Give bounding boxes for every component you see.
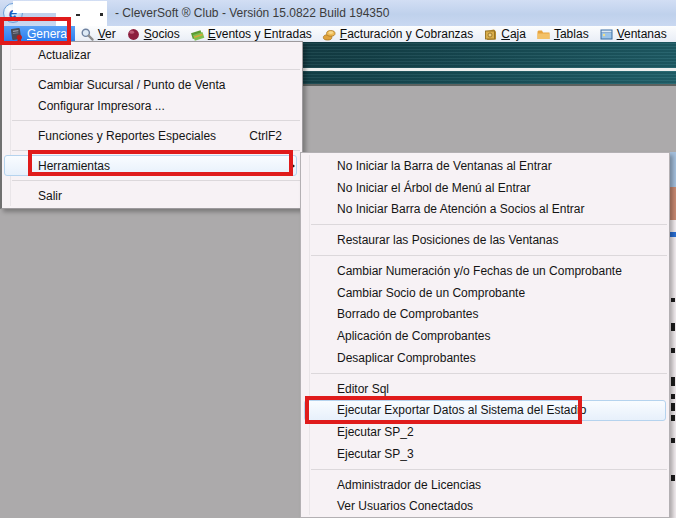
background-artifact [670,187,676,220]
background-artifact [76,14,80,16]
magnifier-icon [80,27,95,42]
menu-item-salir[interactable]: Salir [2,185,302,206]
application-window: e - CleverSoft ® Club - Versión 15.0822 … [0,0,676,518]
window-title: - CleverSoft ® Club - Versión 15.0822 Bu… [115,6,389,20]
background-artifact [671,348,675,353]
menubar-item-ventanas[interactable]: Ventanas [594,26,672,42]
window-icon [599,27,614,42]
background-artifact [671,298,675,302]
menu-item-cambiar-sucursal[interactable]: Cambiar Sucursal / Punto de Venta [2,74,302,95]
annotation-box-ejecutar-exportar [305,396,582,424]
background-artifact [670,232,676,237]
menu-separator [12,180,300,181]
background-artifact [671,323,675,331]
submenu-item-borrado-comprobantes[interactable]: Borrado de Comprobantes [301,304,669,326]
coins-icon [322,27,337,42]
menubar-item-tablas[interactable]: Tablas [531,26,594,42]
menubar-item-socios[interactable]: Socios [121,26,185,42]
menubar-item-ayuda[interactable]: Ayuda [672,26,676,42]
general-dropdown-menu: Actualizar Cambiar Sucursal / Punto de V… [0,41,303,209]
submenu-item-ver-usuarios-conectados[interactable]: Ver Usuarios Conectados [301,496,669,518]
safe-icon [483,27,498,42]
submenu-item-no-iniciar-arbol-menu[interactable]: No Iniciar el Árbol de Menú al Entrar [301,177,669,199]
folder-icon [536,27,551,42]
titlebar: e - CleverSoft ® Club - Versión 15.0822 … [0,0,676,26]
submenu-item-restaurar-posiciones[interactable]: Restaurar las Posiciones de las Ventanas [301,229,669,251]
menubar-item-facturacion[interactable]: Facturación y Cobranzas [317,26,478,42]
background-artifact [670,220,676,518]
background-artifact [671,377,675,386]
menu-item-configurar-impresora[interactable]: Configurar Impresora ... [2,95,302,116]
menu-separator [311,373,667,374]
background-artifact [671,475,675,481]
redacted-title-patch [13,1,107,13]
submenu-item-no-iniciar-barra-atencion[interactable]: No Iniciar Barra de Atención a Socios al… [301,199,669,221]
tickets-icon [190,27,205,42]
shortcut-label: CtrlF2 [249,129,294,143]
submenu-item-cambiar-numeracion-fechas[interactable]: Cambiar Numeración y/o Fechas de un Comp… [301,260,669,282]
menu-separator [311,255,667,256]
menu-item-funciones-reportes[interactable]: Funciones y Reportes Especiales CtrlF2 [2,125,302,146]
menubar-item-label: Ventanas [617,27,667,41]
menu-separator [12,120,300,121]
background-artifact [671,438,675,443]
annotation-box-general [0,17,71,45]
submenu-item-no-iniciar-barra-ventanas[interactable]: No Iniciar la Barra de Ventanas al Entra… [301,155,669,177]
submenu-item-aplicacion-comprobantes[interactable]: Aplicación de Comprobantes [301,325,669,347]
menu-separator [12,69,300,70]
submenu-item-cambiar-socio-comprobante[interactable]: Cambiar Socio de un Comprobante [301,282,669,304]
menubar-item-eventos[interactable]: Eventos y Entradas [185,26,317,42]
menubar-item-ver[interactable]: Ver [75,26,121,42]
menu-separator [311,224,667,225]
menu-separator [311,469,667,470]
menu-item-actualizar[interactable]: Actualizar [2,44,302,65]
background-artifact [671,415,675,421]
menubar-item-label: Eventos y Entradas [208,27,312,41]
background-artifact [100,13,103,16]
menubar-item-label: Tablas [554,27,589,41]
background-artifact [670,152,676,187]
menubar-item-label: Ver [98,27,116,41]
submenu-item-ejecutar-sp-3[interactable]: Ejecutar SP_3 [301,443,669,465]
menubar-item-label: Facturación y Cobranzas [340,27,473,41]
submenu-item-ejecutar-sp-2[interactable]: Ejecutar SP_2 [301,421,669,443]
menubar-item-label: Socios [144,27,180,41]
menubar-item-caja[interactable]: Caja [478,26,531,42]
herramientas-submenu: No Iniciar la Barra de Ventanas al Entra… [300,152,670,518]
member-sphere-icon [126,27,141,42]
annotation-box-herramientas [28,150,293,176]
submenu-item-administrador-licencias[interactable]: Administrador de Licencias [301,474,669,496]
submenu-item-desaplicar-comprobantes[interactable]: Desaplicar Comprobantes [301,347,669,369]
background-artifact [671,403,675,411]
background-artifact [671,394,675,399]
menubar-item-label: Caja [501,27,526,41]
